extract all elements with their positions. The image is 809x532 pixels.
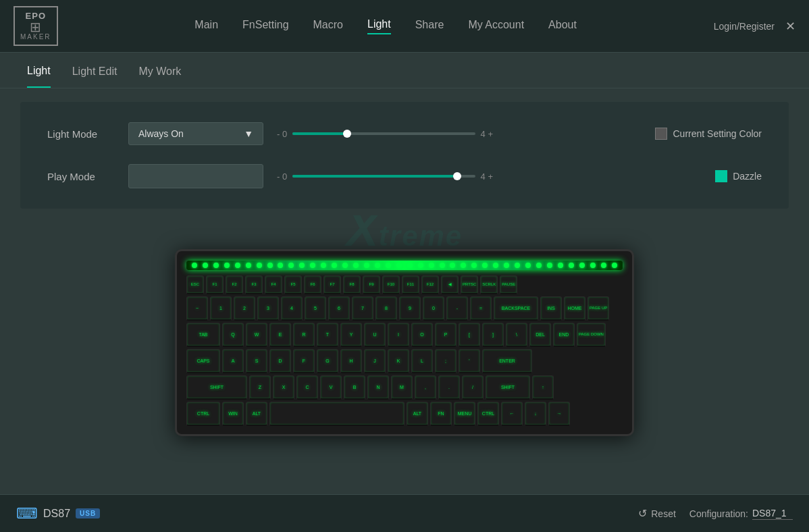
key-pagedown[interactable]: PAGE DOWN — [577, 323, 606, 347]
key-t[interactable]: T — [317, 323, 338, 347]
key-s[interactable]: S — [246, 349, 267, 373]
key-r[interactable]: R — [293, 323, 315, 347]
key-x[interactable]: X — [273, 375, 294, 400]
key-u[interactable]: U — [364, 323, 386, 347]
key-j[interactable]: J — [364, 349, 386, 373]
key-o[interactable]: O — [411, 323, 433, 347]
key-f11[interactable]: F11 — [402, 275, 419, 294]
nav-share[interactable]: Share — [415, 19, 444, 34]
key-ins[interactable]: INS — [540, 296, 562, 321]
key-0[interactable]: 0 — [423, 296, 444, 321]
key-k[interactable]: K — [388, 349, 409, 373]
key-del[interactable]: DEL — [529, 323, 551, 347]
key-esc[interactable]: ESC — [186, 275, 204, 294]
nav-about[interactable]: About — [548, 19, 577, 34]
key-home[interactable]: HOME — [564, 296, 585, 321]
key-space[interactable] — [269, 402, 404, 426]
key-3[interactable]: 3 — [257, 296, 279, 321]
key-rshift[interactable]: SHIFT — [486, 375, 530, 400]
key-f3[interactable]: F3 — [245, 275, 263, 294]
key-f4[interactable]: F4 — [265, 275, 282, 294]
key-2[interactable]: 2 — [234, 296, 255, 321]
key-uparrow[interactable]: ↑ — [532, 375, 554, 400]
nav-macro[interactable]: Macro — [313, 19, 343, 34]
key-menu[interactable]: MENU — [454, 402, 475, 426]
key-leftarrow[interactable]: ← — [501, 402, 523, 426]
key-backspace[interactable]: BACKSPACE — [494, 296, 538, 321]
key-slash[interactable]: / — [462, 375, 484, 400]
slider-thumb[interactable] — [343, 130, 351, 138]
key-tilde[interactable]: ~ — [186, 296, 208, 321]
key-pageup[interactable]: PAGE UP — [588, 296, 609, 321]
dazzle-swatch[interactable] — [715, 170, 727, 182]
light-mode-slider[interactable] — [292, 132, 475, 135]
key-d[interactable]: D — [269, 349, 291, 373]
login-register-button[interactable]: Login/Register — [714, 21, 775, 32]
key-ralt[interactable]: ALT — [407, 402, 428, 426]
key-lshift[interactable]: SHIFT — [186, 375, 247, 400]
key-f1[interactable]: F1 — [206, 275, 224, 294]
key-l[interactable]: L — [411, 349, 433, 373]
key-c[interactable]: C — [296, 375, 318, 400]
key-w[interactable]: W — [246, 323, 267, 347]
key-n[interactable]: N — [367, 375, 389, 400]
key-tab[interactable]: TAB — [186, 323, 220, 347]
key-f2[interactable]: F2 — [226, 275, 243, 294]
key-lbracket[interactable]: [ — [459, 323, 480, 347]
key-7[interactable]: 7 — [352, 296, 373, 321]
key-a[interactable]: A — [222, 349, 244, 373]
key-scrlk[interactable]: SCRLK — [480, 275, 498, 294]
key-m[interactable]: M — [391, 375, 413, 400]
nav-light[interactable]: Light — [367, 18, 391, 34]
key-p[interactable]: P — [435, 323, 456, 347]
key-caps[interactable]: CAPS — [186, 349, 220, 373]
key-rctrl[interactable]: CTRL — [477, 402, 499, 426]
key-h[interactable]: H — [340, 349, 362, 373]
reset-button[interactable]: ↺ Reset — [638, 507, 676, 520]
key-i[interactable]: I — [388, 323, 409, 347]
key-rbracket[interactable]: ] — [482, 323, 504, 347]
key-8[interactable]: 8 — [375, 296, 397, 321]
key-prtsc[interactable]: PRTSC — [461, 275, 478, 294]
tab-light-edit[interactable]: Light Edit — [72, 65, 118, 87]
light-mode-dropdown[interactable]: Always On ▼ — [128, 122, 263, 145]
key-f[interactable]: F — [293, 349, 315, 373]
key-q[interactable]: Q — [222, 323, 244, 347]
play-mode-slider[interactable] — [292, 175, 475, 178]
key-equals[interactable]: = — [470, 296, 492, 321]
key-e[interactable]: E — [269, 323, 291, 347]
key-enter[interactable]: ENTER — [482, 349, 532, 373]
key-4[interactable]: 4 — [281, 296, 303, 321]
key-f8[interactable]: F8 — [343, 275, 361, 294]
key-6[interactable]: 6 — [328, 296, 350, 321]
play-mode-dropdown-empty[interactable] — [128, 164, 263, 188]
key-f12[interactable]: F12 — [421, 275, 439, 294]
key-5[interactable]: 5 — [305, 296, 326, 321]
color-swatch[interactable] — [655, 128, 667, 140]
tab-light[interactable]: Light — [27, 65, 51, 88]
key-downarrow[interactable]: ↓ — [525, 402, 546, 426]
key-9[interactable]: 9 — [399, 296, 421, 321]
key-end[interactable]: END — [553, 323, 575, 347]
key-g[interactable]: G — [317, 349, 338, 373]
key-v[interactable]: V — [320, 375, 342, 400]
play-slider-thumb[interactable] — [453, 172, 461, 180]
key-b[interactable]: B — [344, 375, 365, 400]
nav-fnsetting[interactable]: FnSetting — [242, 19, 288, 34]
key-quote[interactable]: ' — [459, 349, 480, 373]
key-f6[interactable]: F6 — [304, 275, 321, 294]
key-z[interactable]: Z — [249, 375, 271, 400]
tab-my-work[interactable]: My Work — [138, 65, 181, 87]
key-minus[interactable]: - — [446, 296, 468, 321]
key-1[interactable]: 1 — [210, 296, 232, 321]
key-period[interactable]: . — [438, 375, 460, 400]
key-f7[interactable]: F7 — [323, 275, 341, 294]
key-f10[interactable]: F10 — [382, 275, 400, 294]
key-comma[interactable]: , — [415, 375, 436, 400]
key-semicolon[interactable]: ; — [435, 349, 456, 373]
key-media[interactable]: ◀ — [441, 275, 459, 294]
key-lctrl[interactable]: CTRL — [186, 402, 220, 426]
close-button[interactable]: ✕ — [785, 20, 795, 32]
key-backslash[interactable]: \ — [506, 323, 527, 347]
key-y[interactable]: Y — [340, 323, 362, 347]
